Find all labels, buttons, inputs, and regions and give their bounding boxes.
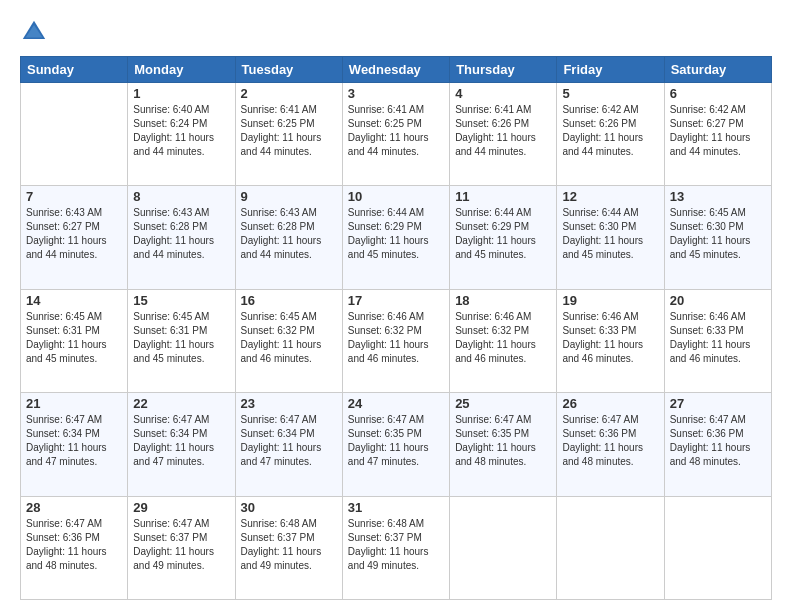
day-number: 30 bbox=[241, 500, 337, 515]
day-number: 4 bbox=[455, 86, 551, 101]
calendar-cell bbox=[664, 496, 771, 599]
weekday-header: Sunday bbox=[21, 57, 128, 83]
weekday-header: Monday bbox=[128, 57, 235, 83]
calendar-cell: 3Sunrise: 6:41 AMSunset: 6:25 PMDaylight… bbox=[342, 83, 449, 186]
cell-info: Sunrise: 6:45 AMSunset: 6:31 PMDaylight:… bbox=[26, 310, 122, 366]
calendar-week-row: 28Sunrise: 6:47 AMSunset: 6:36 PMDayligh… bbox=[21, 496, 772, 599]
day-number: 6 bbox=[670, 86, 766, 101]
calendar-week-row: 1Sunrise: 6:40 AMSunset: 6:24 PMDaylight… bbox=[21, 83, 772, 186]
calendar-cell: 4Sunrise: 6:41 AMSunset: 6:26 PMDaylight… bbox=[450, 83, 557, 186]
calendar-cell: 23Sunrise: 6:47 AMSunset: 6:34 PMDayligh… bbox=[235, 393, 342, 496]
day-number: 19 bbox=[562, 293, 658, 308]
logo bbox=[20, 18, 52, 46]
day-number: 16 bbox=[241, 293, 337, 308]
calendar-cell: 9Sunrise: 6:43 AMSunset: 6:28 PMDaylight… bbox=[235, 186, 342, 289]
day-number: 12 bbox=[562, 189, 658, 204]
day-number: 22 bbox=[133, 396, 229, 411]
weekday-header: Friday bbox=[557, 57, 664, 83]
cell-info: Sunrise: 6:47 AMSunset: 6:34 PMDaylight:… bbox=[241, 413, 337, 469]
weekday-header: Thursday bbox=[450, 57, 557, 83]
calendar-cell: 18Sunrise: 6:46 AMSunset: 6:32 PMDayligh… bbox=[450, 289, 557, 392]
day-number: 23 bbox=[241, 396, 337, 411]
cell-info: Sunrise: 6:48 AMSunset: 6:37 PMDaylight:… bbox=[241, 517, 337, 573]
cell-info: Sunrise: 6:47 AMSunset: 6:34 PMDaylight:… bbox=[133, 413, 229, 469]
cell-info: Sunrise: 6:43 AMSunset: 6:27 PMDaylight:… bbox=[26, 206, 122, 262]
calendar-cell: 16Sunrise: 6:45 AMSunset: 6:32 PMDayligh… bbox=[235, 289, 342, 392]
cell-info: Sunrise: 6:41 AMSunset: 6:25 PMDaylight:… bbox=[348, 103, 444, 159]
calendar-cell: 19Sunrise: 6:46 AMSunset: 6:33 PMDayligh… bbox=[557, 289, 664, 392]
calendar-cell: 24Sunrise: 6:47 AMSunset: 6:35 PMDayligh… bbox=[342, 393, 449, 496]
cell-info: Sunrise: 6:42 AMSunset: 6:27 PMDaylight:… bbox=[670, 103, 766, 159]
header bbox=[20, 18, 772, 46]
calendar-cell: 2Sunrise: 6:41 AMSunset: 6:25 PMDaylight… bbox=[235, 83, 342, 186]
day-number: 21 bbox=[26, 396, 122, 411]
calendar-cell: 20Sunrise: 6:46 AMSunset: 6:33 PMDayligh… bbox=[664, 289, 771, 392]
weekday-header: Tuesday bbox=[235, 57, 342, 83]
cell-info: Sunrise: 6:48 AMSunset: 6:37 PMDaylight:… bbox=[348, 517, 444, 573]
cell-info: Sunrise: 6:47 AMSunset: 6:36 PMDaylight:… bbox=[26, 517, 122, 573]
calendar-cell: 13Sunrise: 6:45 AMSunset: 6:30 PMDayligh… bbox=[664, 186, 771, 289]
cell-info: Sunrise: 6:43 AMSunset: 6:28 PMDaylight:… bbox=[241, 206, 337, 262]
day-number: 9 bbox=[241, 189, 337, 204]
calendar-cell: 31Sunrise: 6:48 AMSunset: 6:37 PMDayligh… bbox=[342, 496, 449, 599]
day-number: 7 bbox=[26, 189, 122, 204]
calendar-table: SundayMondayTuesdayWednesdayThursdayFrid… bbox=[20, 56, 772, 600]
calendar-week-row: 14Sunrise: 6:45 AMSunset: 6:31 PMDayligh… bbox=[21, 289, 772, 392]
calendar-cell: 5Sunrise: 6:42 AMSunset: 6:26 PMDaylight… bbox=[557, 83, 664, 186]
cell-info: Sunrise: 6:43 AMSunset: 6:28 PMDaylight:… bbox=[133, 206, 229, 262]
cell-info: Sunrise: 6:41 AMSunset: 6:25 PMDaylight:… bbox=[241, 103, 337, 159]
calendar-cell: 25Sunrise: 6:47 AMSunset: 6:35 PMDayligh… bbox=[450, 393, 557, 496]
cell-info: Sunrise: 6:47 AMSunset: 6:35 PMDaylight:… bbox=[455, 413, 551, 469]
calendar-cell: 1Sunrise: 6:40 AMSunset: 6:24 PMDaylight… bbox=[128, 83, 235, 186]
cell-info: Sunrise: 6:45 AMSunset: 6:31 PMDaylight:… bbox=[133, 310, 229, 366]
cell-info: Sunrise: 6:41 AMSunset: 6:26 PMDaylight:… bbox=[455, 103, 551, 159]
calendar-cell: 15Sunrise: 6:45 AMSunset: 6:31 PMDayligh… bbox=[128, 289, 235, 392]
weekday-header: Saturday bbox=[664, 57, 771, 83]
day-number: 29 bbox=[133, 500, 229, 515]
day-number: 27 bbox=[670, 396, 766, 411]
day-number: 26 bbox=[562, 396, 658, 411]
cell-info: Sunrise: 6:46 AMSunset: 6:32 PMDaylight:… bbox=[455, 310, 551, 366]
cell-info: Sunrise: 6:45 AMSunset: 6:32 PMDaylight:… bbox=[241, 310, 337, 366]
calendar-cell: 7Sunrise: 6:43 AMSunset: 6:27 PMDaylight… bbox=[21, 186, 128, 289]
cell-info: Sunrise: 6:47 AMSunset: 6:36 PMDaylight:… bbox=[562, 413, 658, 469]
day-number: 1 bbox=[133, 86, 229, 101]
cell-info: Sunrise: 6:47 AMSunset: 6:36 PMDaylight:… bbox=[670, 413, 766, 469]
day-number: 18 bbox=[455, 293, 551, 308]
calendar-cell: 8Sunrise: 6:43 AMSunset: 6:28 PMDaylight… bbox=[128, 186, 235, 289]
cell-info: Sunrise: 6:47 AMSunset: 6:37 PMDaylight:… bbox=[133, 517, 229, 573]
day-number: 5 bbox=[562, 86, 658, 101]
calendar-week-row: 7Sunrise: 6:43 AMSunset: 6:27 PMDaylight… bbox=[21, 186, 772, 289]
weekday-header: Wednesday bbox=[342, 57, 449, 83]
calendar-cell: 10Sunrise: 6:44 AMSunset: 6:29 PMDayligh… bbox=[342, 186, 449, 289]
cell-info: Sunrise: 6:47 AMSunset: 6:34 PMDaylight:… bbox=[26, 413, 122, 469]
calendar-week-row: 21Sunrise: 6:47 AMSunset: 6:34 PMDayligh… bbox=[21, 393, 772, 496]
day-number: 28 bbox=[26, 500, 122, 515]
calendar-cell: 30Sunrise: 6:48 AMSunset: 6:37 PMDayligh… bbox=[235, 496, 342, 599]
day-number: 8 bbox=[133, 189, 229, 204]
calendar-cell: 28Sunrise: 6:47 AMSunset: 6:36 PMDayligh… bbox=[21, 496, 128, 599]
weekday-header-row: SundayMondayTuesdayWednesdayThursdayFrid… bbox=[21, 57, 772, 83]
logo-icon bbox=[20, 18, 48, 46]
day-number: 31 bbox=[348, 500, 444, 515]
cell-info: Sunrise: 6:42 AMSunset: 6:26 PMDaylight:… bbox=[562, 103, 658, 159]
calendar-cell bbox=[21, 83, 128, 186]
calendar-cell bbox=[557, 496, 664, 599]
cell-info: Sunrise: 6:47 AMSunset: 6:35 PMDaylight:… bbox=[348, 413, 444, 469]
cell-info: Sunrise: 6:46 AMSunset: 6:33 PMDaylight:… bbox=[562, 310, 658, 366]
day-number: 3 bbox=[348, 86, 444, 101]
cell-info: Sunrise: 6:44 AMSunset: 6:29 PMDaylight:… bbox=[348, 206, 444, 262]
day-number: 15 bbox=[133, 293, 229, 308]
day-number: 13 bbox=[670, 189, 766, 204]
calendar-cell: 27Sunrise: 6:47 AMSunset: 6:36 PMDayligh… bbox=[664, 393, 771, 496]
day-number: 11 bbox=[455, 189, 551, 204]
day-number: 24 bbox=[348, 396, 444, 411]
calendar-cell: 26Sunrise: 6:47 AMSunset: 6:36 PMDayligh… bbox=[557, 393, 664, 496]
calendar-cell: 12Sunrise: 6:44 AMSunset: 6:30 PMDayligh… bbox=[557, 186, 664, 289]
calendar-cell: 22Sunrise: 6:47 AMSunset: 6:34 PMDayligh… bbox=[128, 393, 235, 496]
day-number: 10 bbox=[348, 189, 444, 204]
calendar-cell: 21Sunrise: 6:47 AMSunset: 6:34 PMDayligh… bbox=[21, 393, 128, 496]
cell-info: Sunrise: 6:46 AMSunset: 6:33 PMDaylight:… bbox=[670, 310, 766, 366]
calendar-cell: 29Sunrise: 6:47 AMSunset: 6:37 PMDayligh… bbox=[128, 496, 235, 599]
calendar-cell: 6Sunrise: 6:42 AMSunset: 6:27 PMDaylight… bbox=[664, 83, 771, 186]
